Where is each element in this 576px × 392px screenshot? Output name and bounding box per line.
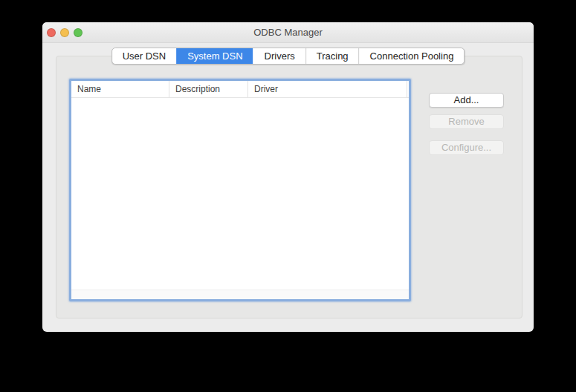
tab-drivers[interactable]: Drivers [253, 48, 305, 64]
horizontal-scrollbar-track[interactable] [71, 290, 409, 299]
tab-user-dsn[interactable]: User DSN [112, 48, 177, 64]
column-header-description[interactable]: Description [169, 81, 248, 97]
dsn-table-body[interactable] [71, 98, 409, 290]
column-header-filler [407, 81, 409, 97]
dsn-table-header: Name Description Driver [71, 81, 409, 98]
odbc-manager-window: ODBC Manager User DSN System DSN Drivers… [42, 22, 534, 332]
dsn-table[interactable]: Name Description Driver [69, 79, 411, 301]
minimize-icon[interactable] [60, 28, 69, 37]
zoom-icon[interactable] [74, 28, 82, 37]
remove-button[interactable]: Remove [429, 114, 504, 129]
tab-system-dsn[interactable]: System DSN [176, 48, 253, 64]
column-header-driver[interactable]: Driver [248, 81, 407, 97]
window-title: ODBC Manager [253, 27, 322, 38]
tab-tracing[interactable]: Tracing [305, 48, 359, 64]
column-header-name[interactable]: Name [71, 81, 169, 97]
tab-connection-pooling[interactable]: Connection Pooling [359, 48, 465, 64]
configure-button[interactable]: Configure... [429, 140, 504, 155]
title-bar[interactable]: ODBC Manager [42, 22, 534, 43]
close-icon[interactable] [47, 28, 56, 37]
dsn-tab-bar: User DSN System DSN Drivers Tracing Conn… [111, 48, 465, 65]
add-button[interactable]: Add... [429, 93, 504, 108]
traffic-lights [47, 28, 82, 37]
